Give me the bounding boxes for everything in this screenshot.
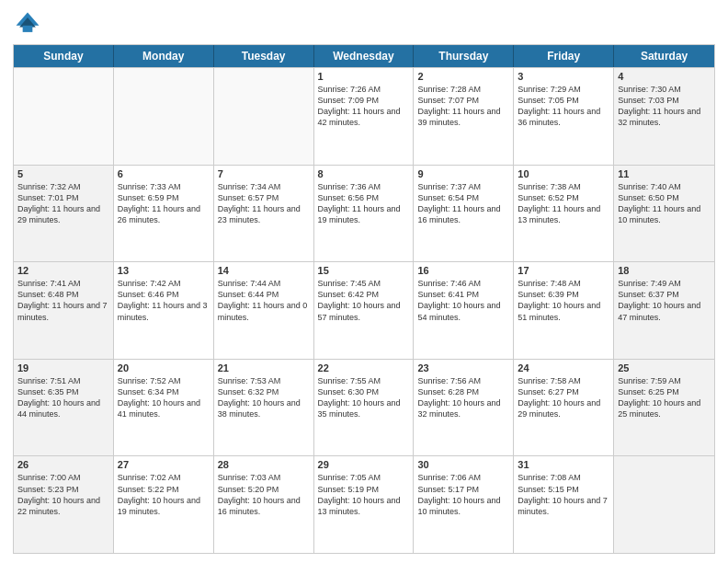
cal-cell-r5-c7 [614,456,714,553]
day-number: 8 [318,168,410,179]
day-info: Sunrise: 7:08 AM Sunset: 5:15 PM Dayligh… [518,472,609,517]
cal-cell-r4-c5: 23Sunrise: 7:56 AM Sunset: 6:28 PM Dayli… [414,360,514,456]
cal-row-5: 26Sunrise: 7:00 AM Sunset: 5:23 PM Dayli… [14,455,714,553]
cal-cell-r4-c4: 22Sunrise: 7:55 AM Sunset: 6:30 PM Dayli… [314,360,415,456]
cal-cell-r4-c6: 24Sunrise: 7:58 AM Sunset: 6:27 PM Dayli… [514,360,614,456]
cal-cell-r1-c1 [14,68,114,165]
cal-cell-r2-c6: 10Sunrise: 7:38 AM Sunset: 6:52 PM Dayli… [514,166,614,262]
day-number: 29 [318,459,410,470]
day-info: Sunrise: 7:29 AM Sunset: 7:05 PM Dayligh… [518,84,609,129]
day-number: 30 [417,459,509,470]
day-info: Sunrise: 7:45 AM Sunset: 6:42 PM Dayligh… [318,278,410,323]
cal-cell-r5-c4: 29Sunrise: 7:05 AM Sunset: 5:19 PM Dayli… [314,456,415,553]
day-number: 13 [118,265,210,276]
day-number: 12 [17,265,109,276]
day-info: Sunrise: 7:49 AM Sunset: 6:37 PM Dayligh… [618,278,711,323]
day-number: 4 [618,71,711,82]
day-number: 25 [618,362,711,373]
day-number: 3 [518,71,609,82]
day-info: Sunrise: 7:02 AM Sunset: 5:22 PM Dayligh… [118,472,210,517]
day-number: 5 [17,168,109,179]
day-number: 14 [218,265,310,276]
day-info: Sunrise: 7:41 AM Sunset: 6:48 PM Dayligh… [17,278,109,323]
day-number: 7 [218,168,310,179]
day-number: 15 [318,265,410,276]
day-number: 24 [518,362,609,373]
cal-cell-r3-c1: 12Sunrise: 7:41 AM Sunset: 6:48 PM Dayli… [14,262,114,359]
cal-cell-r1-c7: 4Sunrise: 7:30 AM Sunset: 7:03 PM Daylig… [614,68,714,165]
calendar-body: 1Sunrise: 7:26 AM Sunset: 7:09 PM Daylig… [14,67,714,553]
day-number: 1 [318,71,410,82]
cal-cell-r1-c5: 2Sunrise: 7:28 AM Sunset: 7:07 PM Daylig… [414,68,514,165]
cal-cell-r1-c6: 3Sunrise: 7:29 AM Sunset: 7:05 PM Daylig… [514,68,614,165]
cal-cell-r2-c7: 11Sunrise: 7:40 AM Sunset: 6:50 PM Dayli… [614,166,714,262]
cal-cell-r3-c5: 16Sunrise: 7:46 AM Sunset: 6:41 PM Dayli… [414,262,514,359]
day-info: Sunrise: 7:28 AM Sunset: 7:07 PM Dayligh… [417,84,509,129]
cal-cell-r5-c2: 27Sunrise: 7:02 AM Sunset: 5:22 PM Dayli… [114,456,214,553]
day-number: 18 [618,265,711,276]
cal-cell-r1-c2 [114,68,214,165]
day-info: Sunrise: 7:30 AM Sunset: 7:03 PM Dayligh… [618,84,711,129]
svg-rect-2 [23,26,33,32]
day-number: 17 [518,265,609,276]
cal-header-tuesday: Tuesday [214,45,314,67]
day-info: Sunrise: 7:44 AM Sunset: 6:44 PM Dayligh… [218,278,310,323]
cal-cell-r5-c5: 30Sunrise: 7:06 AM Sunset: 5:17 PM Dayli… [414,456,514,553]
day-info: Sunrise: 7:53 AM Sunset: 6:32 PM Dayligh… [218,375,310,420]
cal-cell-r3-c4: 15Sunrise: 7:45 AM Sunset: 6:42 PM Dayli… [314,262,415,359]
calendar-header: SundayMondayTuesdayWednesdayThursdayFrid… [14,45,714,67]
cal-cell-r4-c3: 21Sunrise: 7:53 AM Sunset: 6:32 PM Dayli… [214,360,314,456]
day-info: Sunrise: 7:34 AM Sunset: 6:57 PM Dayligh… [218,181,310,226]
day-info: Sunrise: 7:38 AM Sunset: 6:52 PM Dayligh… [518,181,609,226]
header [13,9,715,39]
calendar: SundayMondayTuesdayWednesdayThursdayFrid… [13,44,715,554]
day-info: Sunrise: 7:55 AM Sunset: 6:30 PM Dayligh… [318,375,410,420]
cal-cell-r3-c7: 18Sunrise: 7:49 AM Sunset: 6:37 PM Dayli… [614,262,714,359]
day-info: Sunrise: 7:03 AM Sunset: 5:20 PM Dayligh… [218,472,310,517]
cal-cell-r3-c2: 13Sunrise: 7:42 AM Sunset: 6:46 PM Dayli… [114,262,214,359]
cal-row-4: 19Sunrise: 7:51 AM Sunset: 6:35 PM Dayli… [14,359,714,456]
day-info: Sunrise: 7:05 AM Sunset: 5:19 PM Dayligh… [318,472,410,517]
day-info: Sunrise: 7:56 AM Sunset: 6:28 PM Dayligh… [417,375,509,420]
day-info: Sunrise: 7:37 AM Sunset: 6:54 PM Dayligh… [417,181,509,226]
day-number: 27 [118,459,210,470]
cal-row-3: 12Sunrise: 7:41 AM Sunset: 6:48 PM Dayli… [14,261,714,359]
cal-header-monday: Monday [114,45,214,67]
day-info: Sunrise: 7:40 AM Sunset: 6:50 PM Dayligh… [618,181,711,226]
day-number: 10 [518,168,609,179]
cal-cell-r2-c3: 7Sunrise: 7:34 AM Sunset: 6:57 PM Daylig… [214,166,314,262]
day-number: 26 [17,459,109,470]
cal-cell-r5-c1: 26Sunrise: 7:00 AM Sunset: 5:23 PM Dayli… [14,456,114,553]
cal-cell-r1-c4: 1Sunrise: 7:26 AM Sunset: 7:09 PM Daylig… [314,68,415,165]
day-info: Sunrise: 7:46 AM Sunset: 6:41 PM Dayligh… [417,278,509,323]
cal-cell-r3-c3: 14Sunrise: 7:44 AM Sunset: 6:44 PM Dayli… [214,262,314,359]
cal-header-friday: Friday [514,45,614,67]
day-info: Sunrise: 7:58 AM Sunset: 6:27 PM Dayligh… [518,375,609,420]
cal-header-saturday: Saturday [614,45,714,67]
cal-row-1: 1Sunrise: 7:26 AM Sunset: 7:09 PM Daylig… [14,67,714,165]
day-number: 22 [318,362,410,373]
day-number: 28 [218,459,310,470]
cal-cell-r1-c3 [214,68,314,165]
cal-cell-r2-c1: 5Sunrise: 7:32 AM Sunset: 7:01 PM Daylig… [14,166,114,262]
day-info: Sunrise: 7:52 AM Sunset: 6:34 PM Dayligh… [118,375,210,420]
day-number: 11 [618,168,711,179]
day-info: Sunrise: 7:36 AM Sunset: 6:56 PM Dayligh… [318,181,410,226]
day-number: 19 [17,362,109,373]
cal-cell-r5-c3: 28Sunrise: 7:03 AM Sunset: 5:20 PM Dayli… [214,456,314,553]
cal-cell-r4-c2: 20Sunrise: 7:52 AM Sunset: 6:34 PM Dayli… [114,360,214,456]
logo [13,9,46,39]
cal-cell-r4-c1: 19Sunrise: 7:51 AM Sunset: 6:35 PM Dayli… [14,360,114,456]
day-info: Sunrise: 7:06 AM Sunset: 5:17 PM Dayligh… [417,472,509,517]
cal-cell-r2-c5: 9Sunrise: 7:37 AM Sunset: 6:54 PM Daylig… [414,166,514,262]
day-info: Sunrise: 7:33 AM Sunset: 6:59 PM Dayligh… [118,181,210,226]
day-number: 9 [417,168,509,179]
cal-cell-r2-c2: 6Sunrise: 7:33 AM Sunset: 6:59 PM Daylig… [114,166,214,262]
cal-cell-r5-c6: 31Sunrise: 7:08 AM Sunset: 5:15 PM Dayli… [514,456,614,553]
day-number: 21 [218,362,310,373]
logo-icon [13,9,42,39]
cal-header-thursday: Thursday [414,45,514,67]
day-info: Sunrise: 7:26 AM Sunset: 7:09 PM Dayligh… [318,84,410,129]
day-info: Sunrise: 7:51 AM Sunset: 6:35 PM Dayligh… [17,375,109,420]
cal-cell-r4-c7: 25Sunrise: 7:59 AM Sunset: 6:25 PM Dayli… [614,360,714,456]
